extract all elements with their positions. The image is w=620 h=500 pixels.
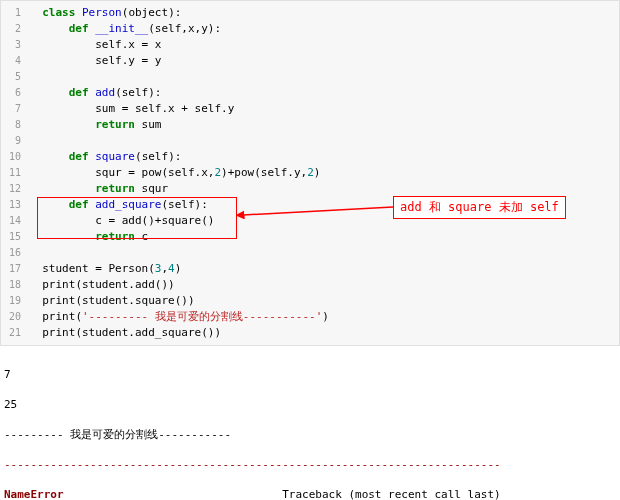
code-line: 21 print(student.add_square()): [1, 325, 619, 341]
code-line: 17 student = Person(3,4): [1, 261, 619, 277]
code-line: 6 def add(self):: [1, 85, 619, 101]
highlight-box-code: [37, 197, 237, 239]
separator: ----------------------------------------…: [4, 457, 616, 472]
code-line: 1 class Person(object):: [1, 5, 619, 21]
code-line: 16: [1, 245, 619, 261]
annotation-label: add 和 square 未加 self: [393, 196, 566, 219]
output-value: 25: [4, 397, 616, 412]
code-line: 18 print(student.add()): [1, 277, 619, 293]
code-line: 19 print(student.square()): [1, 293, 619, 309]
code-line: 4 self.y = y: [1, 53, 619, 69]
code-line: 2 def __init__(self,x,y):: [1, 21, 619, 37]
output-value: --------- 我是可爱的分割线-----------: [4, 427, 616, 442]
code-line: 9: [1, 133, 619, 149]
code-line: 20 print('--------- 我是可爱的分割线-----------'…: [1, 309, 619, 325]
code-line: 5: [1, 69, 619, 85]
output-value: 7: [4, 367, 616, 382]
code-line: 8 return sum: [1, 117, 619, 133]
code-line: 12 return squr: [1, 181, 619, 197]
code-line: 3 self.x = x: [1, 37, 619, 53]
traceback-header: NameError Traceback (most recent call la…: [4, 487, 616, 500]
code-line: 10 def square(self):: [1, 149, 619, 165]
code-editor: 1 class Person(object): 2 def __init__(s…: [0, 0, 620, 346]
code-line: 11 squr = pow(self.x,2)+pow(self.y,2): [1, 165, 619, 181]
code-line: 7 sum = self.x + self.y: [1, 101, 619, 117]
output-panel: 7 25 --------- 我是可爱的分割线----------- -----…: [0, 346, 620, 500]
